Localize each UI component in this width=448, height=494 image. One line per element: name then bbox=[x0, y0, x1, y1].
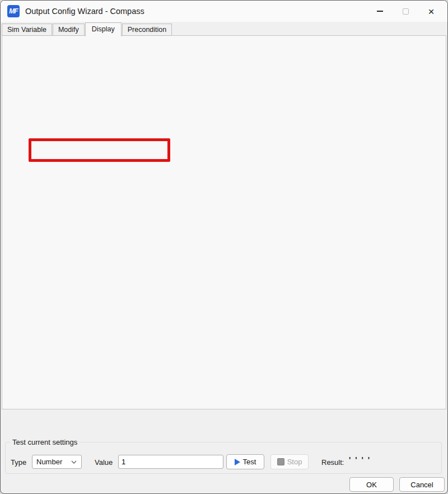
title-bar: MF Output Config Wizard - Compass × bbox=[1, 1, 447, 22]
tab-sim-variable[interactable]: Sim Variable bbox=[2, 24, 52, 36]
result-value: ' ' ' ' bbox=[349, 455, 371, 464]
type-label: Type bbox=[11, 458, 26, 467]
window-title: Output Config Wizard - Compass bbox=[25, 1, 144, 22]
value-input[interactable] bbox=[118, 455, 223, 469]
minimize-icon bbox=[377, 11, 383, 12]
value-label: Value bbox=[95, 458, 113, 467]
close-icon: × bbox=[428, 6, 434, 17]
test-button-label: Test bbox=[243, 458, 256, 466]
dialog-window: MF Output Config Wizard - Compass × Sim … bbox=[0, 0, 448, 494]
maximize-button bbox=[393, 1, 418, 22]
type-combobox-value: Number bbox=[36, 458, 62, 466]
cancel-button[interactable]: Cancel bbox=[399, 477, 445, 492]
type-combobox[interactable]: Number bbox=[32, 455, 82, 469]
result-label: Result: bbox=[321, 458, 344, 467]
play-icon bbox=[235, 459, 240, 465]
ok-button[interactable]: OK bbox=[349, 477, 394, 492]
tab-modify[interactable]: Modify bbox=[53, 24, 85, 36]
stop-button: Stop bbox=[270, 454, 309, 469]
maximize-icon bbox=[403, 8, 409, 15]
window-controls: × bbox=[367, 1, 444, 22]
test-settings-legend: Test current settings bbox=[10, 438, 80, 446]
chevron-down-icon bbox=[71, 460, 77, 464]
stop-button-label: Stop bbox=[287, 458, 302, 466]
close-button[interactable]: × bbox=[418, 1, 444, 22]
test-button[interactable]: Test bbox=[226, 454, 264, 469]
tab-strip: Sim Variable Modify Display Precondition bbox=[2, 23, 172, 36]
tab-display[interactable]: Display bbox=[85, 22, 122, 36]
stop-icon bbox=[277, 458, 284, 465]
display-tab-page bbox=[2, 35, 446, 409]
minimize-button[interactable] bbox=[367, 1, 393, 22]
tab-precondition[interactable]: Precondition bbox=[122, 24, 172, 36]
mobiflight-logo-icon: MF bbox=[7, 5, 20, 17]
